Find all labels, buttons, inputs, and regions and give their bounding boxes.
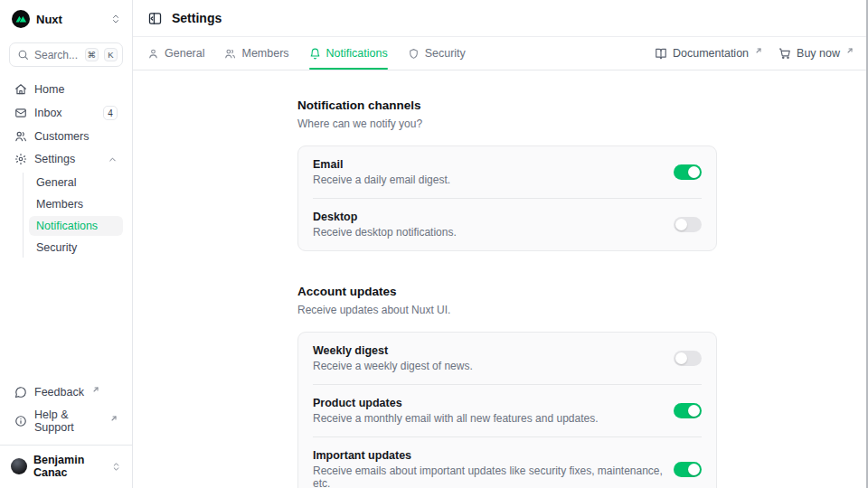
workspace-switcher[interactable]: Nuxt	[9, 9, 123, 29]
setting-label: Product updates	[313, 397, 663, 409]
chevrons-up-down-icon	[111, 462, 121, 472]
section-subtitle: Where can we notify you?	[297, 117, 717, 130]
setting-row-important-updates: Important updates Receive emails about i…	[298, 437, 716, 488]
sidebar-item-label: Customers	[34, 130, 89, 143]
sidebar-footer-links: Feedback Help & Support	[9, 382, 123, 437]
user-name: Benjamin Canac	[33, 454, 105, 479]
important-updates-toggle[interactable]	[674, 462, 702, 477]
header-actions: Documentation Buy now	[655, 37, 854, 70]
panel-left-close-icon[interactable]	[147, 11, 163, 26]
sidebar: Nuxt Search... ⌘ K Home	[0, 0, 133, 488]
email-toggle[interactable]	[674, 164, 702, 180]
sidebar-subitem-label: General	[36, 176, 76, 189]
setting-row-desktop: Desktop Receive desktop notifications.	[298, 199, 716, 250]
buy-now-label: Buy now	[797, 47, 840, 60]
workspace-name: Nuxt	[36, 13, 104, 26]
setting-row-text: Desktop Receive desktop notifications.	[313, 211, 663, 239]
tab-label: Security	[425, 47, 466, 60]
sidebar-subitem-label: Security	[36, 241, 77, 254]
settings-content: Notification channels Where can we notif…	[133, 70, 868, 488]
sidebar-nav: Home Inbox 4 Customers Settings	[9, 80, 123, 258]
section-title: Account updates	[297, 285, 717, 298]
setting-description: Receive emails about important updates l…	[313, 465, 663, 488]
shield-icon	[408, 48, 420, 60]
tab-label: Members	[241, 47, 288, 60]
setting-description: Receive a monthly email with all new fea…	[313, 412, 663, 425]
section-notification-channels: Notification channels Where can we notif…	[297, 99, 717, 251]
sidebar-item-label: Home	[34, 83, 64, 96]
search-input[interactable]: Search... ⌘ K	[9, 42, 123, 67]
feedback-label: Feedback	[34, 386, 84, 399]
section-account-updates: Account updates Receive updates about Nu…	[297, 285, 717, 488]
chevrons-up-down-icon	[110, 14, 121, 24]
inbox-count-badge: 4	[103, 106, 118, 120]
inbox-icon	[14, 107, 27, 119]
setting-description: Receive desktop notifications.	[313, 226, 663, 239]
home-icon	[14, 83, 27, 96]
help-support-link[interactable]: Help & Support	[9, 405, 123, 437]
sidebar-item-settings[interactable]: Settings	[9, 149, 123, 169]
nuxt-logo-icon	[12, 10, 30, 28]
toggle-knob	[688, 166, 700, 178]
account-updates-card: Weekly digest Receive a weekly digest of…	[297, 332, 717, 488]
external-link-icon	[92, 386, 99, 393]
setting-row-text: Product updates Receive a monthly email …	[313, 397, 663, 425]
tab-label: General	[165, 47, 204, 60]
setting-description: Receive a weekly digest of news.	[313, 360, 663, 372]
user-icon	[147, 48, 159, 60]
setting-row-product-updates: Product updates Receive a monthly email …	[298, 385, 716, 436]
setting-label: Desktop	[313, 211, 663, 223]
kbd-k: K	[104, 48, 118, 61]
help-support-label: Help & Support	[34, 408, 102, 434]
page-title: Settings	[172, 11, 222, 25]
bell-icon	[309, 48, 321, 60]
sidebar-item-customers[interactable]: Customers	[9, 127, 123, 146]
main-panel: Settings General Members Notifications	[133, 0, 868, 488]
tab-notifications[interactable]: Notifications	[309, 37, 388, 70]
tab-label: Notifications	[326, 47, 388, 60]
sidebar-item-home[interactable]: Home	[9, 80, 123, 99]
avatar	[11, 458, 27, 474]
external-link-icon	[846, 47, 854, 54]
shopping-cart-icon	[778, 47, 791, 60]
tab-security[interactable]: Security	[408, 37, 466, 70]
message-circle-icon	[14, 386, 27, 399]
section-subtitle: Receive updates about Nuxt UI.	[297, 304, 717, 316]
kbd-cmd: ⌘	[85, 48, 99, 61]
toggle-knob	[688, 464, 700, 475]
buy-now-button[interactable]: Buy now	[778, 47, 854, 60]
info-circle-icon	[14, 415, 27, 427]
toggle-knob	[675, 219, 687, 230]
setting-label: Weekly digest	[313, 344, 663, 357]
sidebar-subitem-label: Members	[36, 198, 83, 211]
sidebar-subitem-label: Notifications	[36, 220, 98, 232]
setting-label: Email	[313, 158, 663, 171]
tab-members[interactable]: Members	[224, 37, 288, 70]
page-header: Settings	[133, 0, 868, 37]
settings-tabbar: General Members Notifications Security	[133, 37, 868, 70]
sidebar-item-settings-security[interactable]: Security	[29, 238, 123, 258]
users-icon	[14, 130, 27, 143]
chevron-up-icon	[108, 155, 118, 164]
gear-icon	[14, 153, 27, 165]
external-link-icon	[755, 47, 762, 54]
search-placeholder: Search...	[34, 49, 80, 61]
feedback-link[interactable]: Feedback	[9, 382, 123, 402]
sidebar-item-settings-general[interactable]: General	[29, 173, 123, 192]
desktop-toggle[interactable]	[674, 217, 702, 232]
toggle-knob	[688, 405, 700, 417]
sidebar-item-settings-notifications[interactable]: Notifications	[29, 216, 123, 236]
user-menu[interactable]: Benjamin Canac	[0, 445, 132, 483]
documentation-button[interactable]: Documentation	[655, 47, 762, 60]
setting-row-text: Weekly digest Receive a weekly digest of…	[313, 344, 663, 372]
section-title: Notification channels	[297, 99, 717, 112]
weekly-digest-toggle[interactable]	[674, 351, 702, 366]
sidebar-item-label: Settings	[34, 153, 75, 165]
setting-row-email: Email Receive a daily email digest.	[298, 146, 716, 198]
external-link-icon	[110, 415, 118, 422]
settings-submenu: General Members Notifications Security	[23, 173, 123, 258]
sidebar-item-settings-members[interactable]: Members	[29, 194, 123, 214]
tab-general[interactable]: General	[147, 37, 204, 70]
product-updates-toggle[interactable]	[674, 403, 702, 418]
sidebar-item-inbox[interactable]: Inbox 4	[9, 102, 123, 124]
